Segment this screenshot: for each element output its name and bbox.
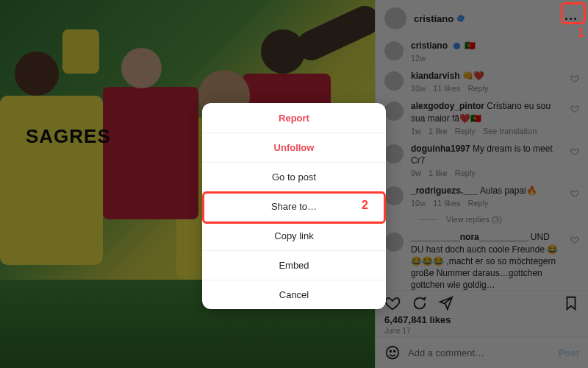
menu-item-go-to-post[interactable]: Go to post xyxy=(202,162,386,191)
menu-item-cancel[interactable]: Cancel xyxy=(202,280,386,309)
callout-number-2: 2 xyxy=(362,199,368,212)
menu-item-copy-link[interactable]: Copy link xyxy=(202,221,386,250)
app-root: SAGRES cristiano cristiano xyxy=(0,0,588,368)
menu-item-unfollow[interactable]: Unfollow xyxy=(202,132,386,162)
menu-item-embed[interactable]: Embed xyxy=(202,250,386,280)
callout-number-1: 1 xyxy=(578,26,584,40)
menu-item-share-to[interactable]: Share to… xyxy=(202,191,386,221)
options-menu: ReportUnfollowGo to postShare to…Copy li… xyxy=(202,103,386,309)
menu-item-report[interactable]: Report xyxy=(202,103,386,132)
